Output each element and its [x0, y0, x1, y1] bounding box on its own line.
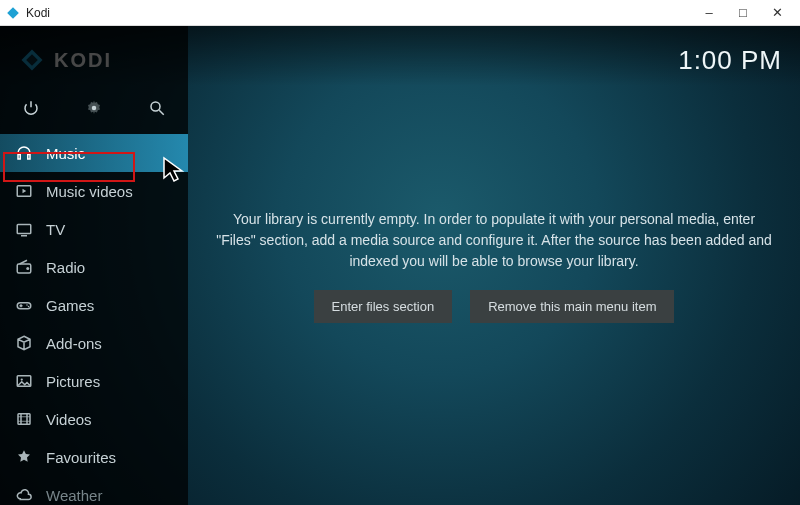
- svg-rect-16: [18, 414, 30, 425]
- nav-item-radio[interactable]: Radio: [0, 248, 188, 286]
- nav-label: Games: [46, 297, 94, 314]
- minimize-button[interactable]: –: [692, 0, 726, 26]
- nav-item-favourites[interactable]: Favourites: [0, 438, 188, 476]
- nav-item-pictures[interactable]: Pictures: [0, 362, 188, 400]
- nav-item-music[interactable]: Music: [0, 134, 188, 172]
- film-icon: [14, 409, 34, 429]
- action-buttons: Enter files section Remove this main men…: [314, 290, 675, 323]
- sidebar: Music Music videos TV Radio Games Add-on…: [0, 26, 188, 505]
- nav-label: Music: [46, 145, 85, 162]
- nav-item-music-videos[interactable]: Music videos: [0, 172, 188, 210]
- svg-rect-9: [17, 303, 31, 309]
- close-button[interactable]: ✕: [760, 0, 794, 26]
- sidebar-toolbar: [0, 88, 188, 128]
- nav-item-tv[interactable]: TV: [0, 210, 188, 248]
- nav-item-videos[interactable]: Videos: [0, 400, 188, 438]
- nav-label: Radio: [46, 259, 85, 276]
- nav-item-weather[interactable]: Weather: [0, 476, 188, 505]
- nav-label: Videos: [46, 411, 92, 428]
- nav-label: Favourites: [46, 449, 116, 466]
- nav-label: Music videos: [46, 183, 133, 200]
- svg-point-1: [151, 102, 160, 111]
- empty-library-message: Your library is currently empty. In orde…: [216, 209, 772, 272]
- window-controls: – □ ✕: [692, 0, 794, 26]
- enter-files-button[interactable]: Enter files section: [314, 290, 453, 323]
- nav-label: Weather: [46, 487, 102, 504]
- svg-point-7: [26, 267, 29, 270]
- power-icon[interactable]: [22, 99, 40, 117]
- box-icon: [14, 333, 34, 353]
- music-video-icon: [14, 181, 34, 201]
- kodi-app: KODI 1:00 PM Music Music videos: [0, 26, 800, 505]
- nav-item-games[interactable]: Games: [0, 286, 188, 324]
- gamepad-icon: [14, 295, 34, 315]
- weather-icon: [14, 485, 34, 505]
- star-icon: [14, 447, 34, 467]
- window-title-area: Kodi: [6, 6, 50, 20]
- svg-rect-4: [17, 225, 31, 234]
- nav-label: Pictures: [46, 373, 100, 390]
- svg-point-12: [26, 304, 28, 306]
- nav-item-addons[interactable]: Add-ons: [0, 324, 188, 362]
- settings-icon[interactable]: [85, 99, 103, 117]
- svg-point-13: [28, 306, 30, 308]
- kodi-app-icon: [6, 6, 20, 20]
- window-titlebar: Kodi – □ ✕: [0, 0, 800, 26]
- svg-line-2: [159, 110, 164, 115]
- svg-point-15: [21, 378, 23, 380]
- search-icon[interactable]: [148, 99, 166, 117]
- headphones-icon: [14, 143, 34, 163]
- maximize-button[interactable]: □: [726, 0, 760, 26]
- main-content: Your library is currently empty. In orde…: [188, 26, 800, 505]
- image-icon: [14, 371, 34, 391]
- nav-label: Add-ons: [46, 335, 102, 352]
- nav-label: TV: [46, 221, 65, 238]
- tv-icon: [14, 219, 34, 239]
- radio-icon: [14, 257, 34, 277]
- window-title: Kodi: [26, 6, 50, 20]
- remove-menu-item-button[interactable]: Remove this main menu item: [470, 290, 674, 323]
- nav: Music Music videos TV Radio Games Add-on…: [0, 134, 188, 505]
